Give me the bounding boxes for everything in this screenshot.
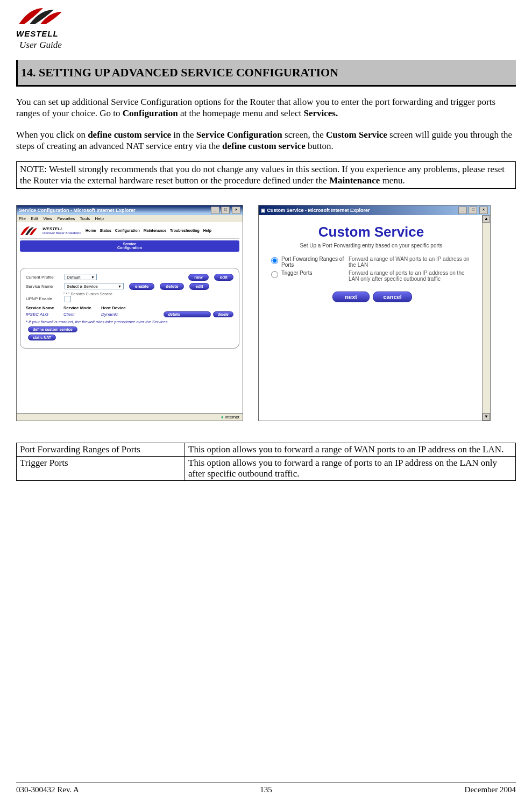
p1-bold-configuration: Configuration (123, 108, 178, 118)
edit-button[interactable]: edit (214, 274, 233, 281)
nav-configuration[interactable]: Configuration (115, 229, 140, 232)
ie-page-icon: ▣ (261, 208, 266, 213)
col-host-device: Host Device (101, 305, 126, 310)
options-group: Port Fowarding Ranges of Ports Forward a… (268, 256, 474, 284)
port-forwarding-radio[interactable] (271, 257, 278, 264)
nav-status[interactable]: Status (100, 229, 111, 232)
current-profile-label: Current Profile: (26, 275, 61, 280)
scroll-up-icon[interactable]: ▲ (483, 215, 490, 223)
menu-tools[interactable]: Tools (80, 216, 90, 221)
minimize-icon[interactable]: _ (211, 207, 219, 214)
row-service-name: IPSEC ALG (26, 312, 63, 317)
maximize-icon[interactable]: □ (221, 207, 230, 214)
trigger-ports-radio[interactable] (271, 271, 278, 278)
cs-window-title: Custom Service - Microsoft Internet Expl… (267, 208, 370, 213)
current-profile-select[interactable]: Default ▼ (65, 274, 97, 280)
def2-desc: This option allows you to forward a rang… (185, 456, 516, 480)
definitions-table: Port Forwarding Ranges of Ports This opt… (16, 443, 516, 481)
service-table-header: Service Name Service Mode Host Device (26, 305, 233, 310)
chevron-down-icon: ▼ (91, 275, 95, 279)
nav-home[interactable]: Home (86, 229, 96, 232)
menu-edit[interactable]: Edit (31, 216, 38, 221)
service-name-select[interactable]: Select a Service ▼ (65, 283, 124, 289)
window-title: Service Configuration - Microsoft Intern… (19, 208, 136, 213)
screenshots-row: Service Configuration - Microsoft Intern… (16, 205, 516, 421)
def1-term: Port Forwarding Ranges of Ports (17, 443, 185, 456)
internet-zone-icon: ● (221, 415, 224, 420)
def2-term: Trigger Ports (17, 456, 185, 480)
cs-button-row: next cancel (262, 292, 480, 302)
static-nat-button[interactable]: static NAT (28, 335, 56, 340)
col-service-name: Service Name (26, 305, 63, 310)
p2-f: Custom Service (326, 130, 387, 140)
ie-statusbar: ● Internet (17, 413, 243, 421)
option-port-forwarding: Port Fowarding Ranges of Ports Forward a… (268, 256, 474, 268)
note-a: NOTE: Westell strongly recommends that y… (20, 164, 505, 186)
p1-text-c: at the homepage menu and select (178, 108, 304, 118)
mini-brand: WESTELL (42, 226, 81, 231)
vertical-scrollbar[interactable]: ▲ ▼ (482, 215, 490, 421)
define-custom-service-button[interactable]: define custom service (28, 326, 77, 332)
statusbar-text: Internet (225, 415, 239, 420)
cs-content: Custom Service Set Up a Port Forwarding … (259, 215, 490, 421)
firewall-note: * If your firewall is enabled, the firew… (26, 319, 233, 324)
nav-maintenance[interactable]: Maintenance (144, 229, 166, 232)
close-icon[interactable]: × (232, 207, 240, 214)
opt2-label: Trigger Ports (281, 270, 349, 276)
scroll-down-icon[interactable]: ▼ (483, 413, 490, 421)
page-root: WESTELL User Guide 14. SETTING UP ADVANC… (0, 0, 532, 803)
mini-tagline: Discover Better Broadband (42, 231, 81, 234)
note-box: NOTE: Westell strongly recommends that y… (16, 161, 516, 189)
delete-button[interactable]: delete (160, 283, 184, 290)
menu-view[interactable]: View (43, 216, 52, 221)
def1-desc: This option allows you to forward a rang… (185, 443, 516, 456)
edit-button-2[interactable]: edit (189, 283, 209, 290)
p2-a: When you click on (16, 130, 88, 140)
minimize-icon[interactable]: _ (458, 207, 467, 214)
cs-window-controls: _ □ × (458, 207, 488, 214)
tab-line2: Configuration (117, 246, 142, 250)
doc-title: User Guide (19, 40, 516, 51)
p2-h: define custom service (222, 141, 306, 151)
ie-menubar: File Edit View Favorites Tools Help (17, 215, 243, 222)
westell-logo-block: WESTELL (16, 5, 65, 38)
row-host-device: Dynamic (101, 312, 139, 317)
maximize-icon[interactable]: □ (469, 207, 477, 214)
intro-paragraph-2: When you click on define custom service … (16, 129, 516, 152)
table-row: Trigger Ports This option allows you to … (17, 456, 516, 480)
nav-help[interactable]: Help (203, 229, 211, 232)
custom-service-window: ▣ Custom Service - Microsoft Internet Ex… (258, 205, 491, 421)
menu-favorites[interactable]: Favorites (58, 216, 75, 221)
custom-service-subtitle: Set Up a Port Forwarding entry based on … (262, 243, 480, 248)
nav-troubleshooting[interactable]: Troubleshooting (170, 229, 200, 232)
next-button[interactable]: next (332, 292, 370, 302)
chevron-down-icon: ▼ (118, 285, 122, 288)
upnp-checkbox[interactable] (65, 296, 71, 302)
delete-row-button[interactable]: delete (213, 311, 233, 317)
window-titlebar: Service Configuration - Microsoft Intern… (17, 205, 243, 215)
custom-service-heading: Custom Service (262, 224, 480, 240)
menu-help[interactable]: Help (95, 216, 104, 221)
enable-button[interactable]: enable (129, 283, 154, 290)
footer-left: 030-300432 Rev. A (16, 785, 79, 794)
note-b: Maintenance (329, 175, 380, 186)
p2-d: Service Configuration (196, 130, 282, 140)
service-configuration-tab[interactable]: Service Configuration (20, 240, 239, 252)
service-name-label: Service Name (26, 284, 61, 289)
window-controls: _ □ × (210, 207, 240, 214)
row-service-mode: Client (63, 312, 101, 317)
p2-e: screen, the (282, 130, 326, 140)
details-button[interactable]: details (164, 311, 211, 317)
opt2-desc: Forward a range of ports to an IP addres… (349, 270, 474, 282)
westell-brand-text: WESTELL (16, 29, 65, 38)
westell-swoosh-icon (16, 5, 65, 27)
new-button[interactable]: new (188, 274, 209, 281)
mini-logo-icon (20, 225, 38, 236)
mini-nav: Home Status Configuration Maintenance Tr… (86, 229, 214, 232)
cancel-button[interactable]: cancel (373, 292, 412, 302)
config-card: Current Profile: Default ▼ new edit Serv… (20, 268, 239, 349)
close-icon[interactable]: × (479, 207, 488, 214)
section-heading: 14. SETTING UP ADVANCED SERVICE CONFIGUR… (16, 60, 516, 85)
opt1-label: Port Fowarding Ranges of Ports (281, 256, 349, 268)
menu-file[interactable]: File (19, 216, 26, 221)
